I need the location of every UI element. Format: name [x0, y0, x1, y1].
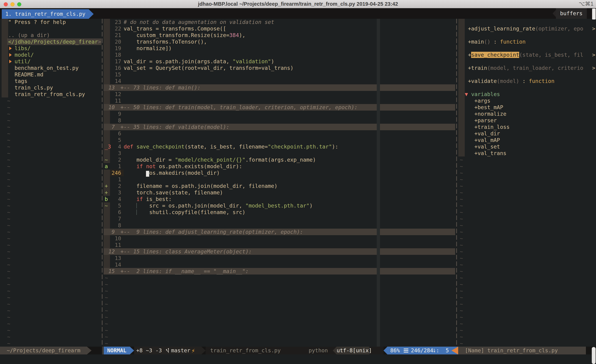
tab-active[interactable]: 1. train_retr_from_cls.py: [2, 9, 89, 19]
chevron-right-icon[interactable]: [9, 53, 12, 57]
code-line[interactable]: 14: [104, 261, 455, 268]
tilde: ~: [105, 327, 108, 334]
sign-column-cell: [104, 58, 110, 65]
code-line[interactable]: 17val_dir = os.path.join(args.data, "val…: [104, 58, 455, 65]
code-text: [124, 71, 455, 78]
code-line[interactable]: 9: [104, 111, 455, 117]
code-line[interactable]: 23# do not do data augmentation on valid…: [104, 19, 455, 25]
tagbar-window: +adjust_learning_rate(optimizer, epo> +m…: [458, 19, 596, 347]
code-line[interactable]: ~2 model_dir = "model/check_point/{}".fo…: [104, 156, 455, 163]
code-line[interactable]: 10: [104, 235, 455, 242]
nerdtree-item-train_cls.py[interactable]: train_cls.py: [0, 84, 101, 91]
empty-line-tilde: ~: [0, 222, 101, 229]
code-line[interactable]: 5: [104, 137, 455, 143]
nerdtree-item-libs/[interactable]: libs/: [0, 45, 101, 51]
tagbar-item[interactable]: +val_set: [458, 143, 596, 150]
code-line[interactable]: 22val_trans = transforms.Compose([: [104, 25, 455, 32]
code-line[interactable]: 14: [104, 78, 455, 84]
window-separator[interactable]: [456, 19, 457, 347]
fold-line[interactable]: 7 +-- 35 lines: def validate(model):: [104, 124, 455, 130]
code-line[interactable]: 7: [104, 216, 455, 222]
code-line[interactable]: a1 if not os.path.exists(model_dir):: [104, 163, 455, 170]
code-segment: src = os.path.join(model_dir,: [124, 203, 245, 209]
sign-column-cell: [104, 111, 110, 117]
fold-line[interactable]: 10 +-- 50 lines: def train(model, train_…: [104, 104, 455, 111]
truncation-marker: >: [592, 65, 595, 71]
fold-line[interactable]: 15 +-- 2 lines: if __name__ == "__main__…: [104, 268, 455, 275]
tag-segment: +: [465, 52, 471, 58]
fold-line[interactable]: 9 +-- 9 lines: def adjust_learning_rate(…: [104, 229, 455, 235]
empty-line-tilde: ~: [458, 294, 596, 301]
tagbar-item[interactable]: +adjust_learning_rate(optimizer, epo>: [458, 25, 596, 32]
tagbar-item[interactable]: +train(model, train_loader, criterio>: [458, 65, 596, 71]
nerdtree-item-README.md[interactable]: README.md: [0, 71, 101, 78]
powerline-wedge-icon: [383, 347, 387, 354]
tagbar-item[interactable]: +val_mAP: [458, 137, 596, 143]
tagbar-item[interactable]: +normalize: [458, 111, 596, 117]
code-line[interactable]: 16val_set = QuerySet(root=val_dir, trans…: [104, 65, 455, 71]
fold-text: +-- 9 lines: def adjust_learning_rate(op…: [117, 229, 455, 235]
tagbar-item[interactable]: +train_loss: [458, 124, 596, 130]
code-line[interactable]: 11: [104, 97, 455, 104]
code-line[interactable]: 3: [104, 150, 455, 156]
tilde: ~: [105, 334, 108, 340]
empty-line-tilde: ~: [104, 294, 455, 301]
tabline: 1. train_retr_from_cls.py buffers: [0, 8, 596, 19]
code-line[interactable]: 6 shutil.copyfile(filename, src): [104, 209, 455, 216]
nerdtree-item-updir[interactable]: .. (up a dir): [0, 32, 101, 38]
code-segment: transforms.ToTensor(),: [124, 39, 207, 45]
tagbar-item[interactable]: +save_checkpoint(state, is_best, fil>: [458, 51, 596, 58]
code-line[interactable]: 15: [104, 71, 455, 78]
code-line[interactable]: +2 filename = os.path.join(model_dir, fi…: [104, 183, 455, 189]
sign-column-cell: [104, 216, 110, 222]
chevron-right-icon[interactable]: [9, 47, 12, 50]
code-line[interactable]: 13: [104, 255, 455, 261]
nerdtree-item-tags[interactable]: tags: [0, 78, 101, 84]
nerdtree-item-root[interactable]: </jdhao/Projects/deep_firear>: [0, 38, 101, 45]
code-line[interactable]: 18: [104, 51, 455, 58]
fold-line[interactable]: 13 +-- 73 lines: def main():: [104, 84, 455, 91]
window-separator[interactable]: [102, 19, 103, 347]
code-line[interactable]: 21 custom_transform.Resize(size=384),: [104, 32, 455, 38]
tagbar-item[interactable]: +main() : function: [458, 38, 596, 45]
empty-line-tilde: ~: [458, 170, 596, 176]
tag-segment: +best_mAP: [465, 104, 503, 110]
fold-text: +-- 35 lines: def validate(model):: [117, 124, 455, 130]
tagbar-item[interactable]: +args: [458, 97, 596, 104]
chevron-right-icon[interactable]: [9, 60, 12, 63]
tagbar-item[interactable]: +validate(model) : function: [458, 78, 596, 84]
code-line[interactable]: b4 if is_best:: [104, 196, 455, 202]
code-line[interactable]: _34def save_checkpoint(state, is_best, f…: [104, 143, 455, 150]
nerdtree-item-train_retr_from_cls.py[interactable]: train_retr_from_cls.py: [0, 91, 101, 97]
code-text: [124, 91, 455, 97]
fold-line[interactable]: 12 +-- 15 lines: class AverageMeter(obje…: [104, 248, 455, 255]
tilde: ~: [105, 301, 108, 307]
tagbar-item[interactable]: +val_dir: [458, 130, 596, 137]
nerdtree-item-benchmark_on_test.py[interactable]: benchmark_on_test.py: [0, 65, 101, 71]
code-line[interactable]: 20 transforms.ToTensor(),: [104, 38, 455, 45]
line-number: 9: [104, 229, 117, 235]
code-line[interactable]: 8: [104, 117, 455, 124]
line-number: 1: [110, 176, 124, 183]
command-line[interactable]: [0, 354, 596, 364]
nerdtree-item-util/[interactable]: util/: [0, 58, 101, 65]
code-line[interactable]: 1: [104, 176, 455, 183]
nerdtree-item-model/[interactable]: model/: [0, 51, 101, 58]
code-line[interactable]: +3 torch.save(state, filename): [104, 189, 455, 196]
cursor-line[interactable]: 246 os.makedirs(model_dir): [104, 170, 455, 176]
code-line[interactable]: 8: [104, 222, 455, 229]
code-line[interactable]: 12: [104, 91, 455, 97]
tagbar-item[interactable]: +val_trans: [458, 150, 596, 156]
tagbar-item[interactable]: ▼ variables: [458, 91, 596, 97]
tag-segment: +train_loss: [465, 124, 510, 130]
code-segment: "model_best.pth.tar": [245, 203, 309, 209]
tagbar-item[interactable]: +parser: [458, 117, 596, 124]
code-text: val_dir = os.path.join(args.data, "valid…: [124, 58, 455, 65]
code-line[interactable]: 6: [104, 130, 455, 137]
tagbar-item[interactable]: +best_mAP: [458, 104, 596, 111]
code-line[interactable]: ~5 src = os.path.join(model_dir, "model_…: [104, 202, 455, 209]
empty-line-tilde: ~: [0, 143, 101, 150]
code-line[interactable]: 19 normalize]): [104, 45, 455, 51]
code-line[interactable]: 11: [104, 242, 455, 248]
scrollbar-thumb[interactable]: [592, 347, 596, 364]
